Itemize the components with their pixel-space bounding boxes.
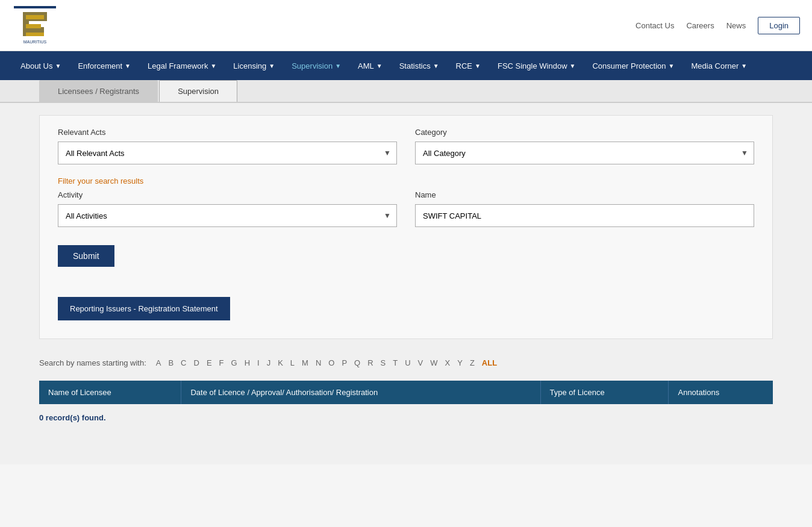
activity-select[interactable]: All Activities — [58, 204, 397, 227]
form-group-relevant-acts: Relevant Acts All Relevant Acts ▼ — [58, 128, 397, 164]
nav-legal-framework-caret: ▼ — [210, 63, 216, 69]
nav-statistics-caret: ▼ — [433, 63, 439, 69]
records-found: 0 record(s) found. — [39, 413, 773, 422]
alpha-c[interactable]: C — [178, 357, 189, 369]
logo-box: MAURITIUS — [12, 4, 57, 46]
results-table: Name of Licensee Date of Licence / Appro… — [39, 381, 773, 404]
form-row-1: Relevant Acts All Relevant Acts ▼ Catego… — [58, 128, 754, 164]
col-type-of-licence: Type of Licence — [540, 381, 669, 404]
nav-about-us-caret: ▼ — [55, 63, 61, 69]
nav-legal-framework[interactable]: Legal Framework ▼ — [139, 51, 225, 80]
alpha-q[interactable]: Q — [352, 357, 363, 369]
nav-enforcement-caret: ▼ — [125, 63, 131, 69]
nav-rce-caret: ▼ — [475, 63, 481, 69]
nav-consumer-protection[interactable]: Consumer Protection ▼ — [584, 51, 682, 80]
search-panel: Relevant Acts All Relevant Acts ▼ Catego… — [39, 115, 773, 339]
relevant-acts-wrapper: All Relevant Acts ▼ — [58, 142, 397, 164]
alpha-b[interactable]: B — [166, 357, 176, 369]
alpha-m[interactable]: M — [299, 357, 311, 369]
form-group-category: Category All Category ▼ — [415, 128, 754, 164]
form-row-2: Activity All Activities ▼ Name — [58, 190, 754, 227]
nav-fsc-single-window[interactable]: FSC Single Window ▼ — [489, 51, 584, 80]
alpha-x[interactable]: X — [443, 357, 453, 369]
nav-aml-caret: ▼ — [376, 63, 383, 69]
nav-licensing[interactable]: Licensing ▼ — [225, 51, 283, 80]
relevant-acts-select[interactable]: All Relevant Acts — [58, 142, 397, 164]
logo-area: MAURITIUS — [12, 4, 57, 46]
contact-us-link[interactable]: Contact Us — [636, 21, 674, 30]
login-button[interactable]: Login — [758, 17, 800, 34]
form-group-activity: Activity All Activities ▼ — [58, 190, 397, 227]
careers-link[interactable]: Careers — [686, 21, 714, 30]
alpha-t[interactable]: T — [390, 357, 400, 369]
tab-licensees[interactable]: Licensees / Registrants — [39, 80, 158, 102]
alpha-e[interactable]: E — [204, 357, 214, 369]
relevant-acts-label: Relevant Acts — [58, 128, 397, 137]
tab-supervision[interactable]: Supervision — [159, 80, 237, 102]
alpha-f[interactable]: F — [217, 357, 226, 369]
nav-fsc-single-window-caret: ▼ — [570, 63, 576, 69]
alpha-p[interactable]: P — [339, 357, 349, 369]
col-name-of-licensee: Name of Licensee — [39, 381, 181, 404]
nav-supervision[interactable]: Supervision ▼ — [283, 51, 349, 80]
category-label: Category — [415, 128, 754, 137]
col-date-of-licence: Date of Licence / Approval/ Authorisatio… — [181, 381, 540, 404]
tabs-bar: Licensees / Registrants Supervision — [0, 80, 812, 103]
category-wrapper: All Category ▼ — [415, 142, 754, 164]
news-link[interactable]: News — [726, 21, 746, 30]
alpha-s[interactable]: S — [378, 357, 389, 369]
nav-supervision-caret: ▼ — [335, 63, 341, 69]
svg-text:MAURITIUS: MAURITIUS — [23, 40, 46, 44]
nav-enforcement[interactable]: Enforcement ▼ — [69, 51, 139, 80]
col-annotations: Annotations — [669, 381, 773, 404]
svg-rect-1 — [14, 6, 56, 8]
alpha-o[interactable]: O — [326, 357, 337, 369]
nav-licensing-caret: ▼ — [269, 63, 275, 69]
name-label: Name — [415, 190, 754, 199]
nav-media-corner-caret: ▼ — [741, 63, 747, 69]
top-bar: MAURITIUS Contact Us Careers News Login — [0, 0, 812, 51]
nav-rce[interactable]: RCE ▼ — [448, 51, 489, 80]
alpha-h[interactable]: H — [242, 357, 252, 369]
activity-wrapper: All Activities ▼ — [58, 204, 397, 227]
alpha-k[interactable]: K — [275, 357, 286, 369]
alpha-d[interactable]: D — [191, 357, 201, 369]
alpha-l[interactable]: L — [288, 357, 297, 369]
table-header-row: Name of Licensee Date of Licence / Appro… — [39, 381, 773, 404]
alpha-prefix-label: Search by names starting with: — [39, 358, 146, 367]
nav-media-corner[interactable]: Media Corner ▼ — [683, 51, 756, 80]
alpha-r[interactable]: R — [365, 357, 375, 369]
alpha-g[interactable]: G — [229, 357, 240, 369]
alpha-z[interactable]: Z — [467, 357, 477, 369]
alpha-u[interactable]: U — [402, 357, 413, 369]
submit-button[interactable]: Submit — [58, 245, 114, 267]
alpha-v[interactable]: V — [416, 357, 426, 369]
nav-bar: About Us ▼ Enforcement ▼ Legal Framework… — [0, 51, 812, 80]
activity-label: Activity — [58, 190, 397, 199]
alpha-y[interactable]: Y — [455, 357, 465, 369]
nav-statistics[interactable]: Statistics ▼ — [391, 51, 448, 80]
alpha-i[interactable]: I — [255, 357, 262, 369]
filter-label: Filter your search results — [58, 176, 754, 186]
alpha-j[interactable]: J — [264, 357, 273, 369]
reporting-issuers-button[interactable]: Reporting Issuers - Registration Stateme… — [58, 297, 230, 320]
form-group-name: Name — [415, 190, 754, 227]
nav-consumer-protection-caret: ▼ — [669, 63, 675, 69]
alpha-w[interactable]: W — [428, 357, 440, 369]
alpha-section: Search by names starting with: A B C D E… — [39, 357, 773, 369]
nav-about-us[interactable]: About Us ▼ — [12, 51, 69, 80]
category-select[interactable]: All Category — [415, 142, 754, 164]
fsc-logo: MAURITIUS — [14, 6, 56, 45]
alpha-n[interactable]: N — [313, 357, 323, 369]
alpha-all[interactable]: ALL — [479, 357, 499, 369]
alpha-a[interactable]: A — [154, 357, 164, 369]
nav-aml[interactable]: AML ▼ — [349, 51, 391, 80]
name-input[interactable] — [415, 204, 754, 227]
main-content: Relevant Acts All Relevant Acts ▼ Catego… — [0, 103, 812, 464]
top-links: Contact Us Careers News Login — [636, 17, 800, 34]
